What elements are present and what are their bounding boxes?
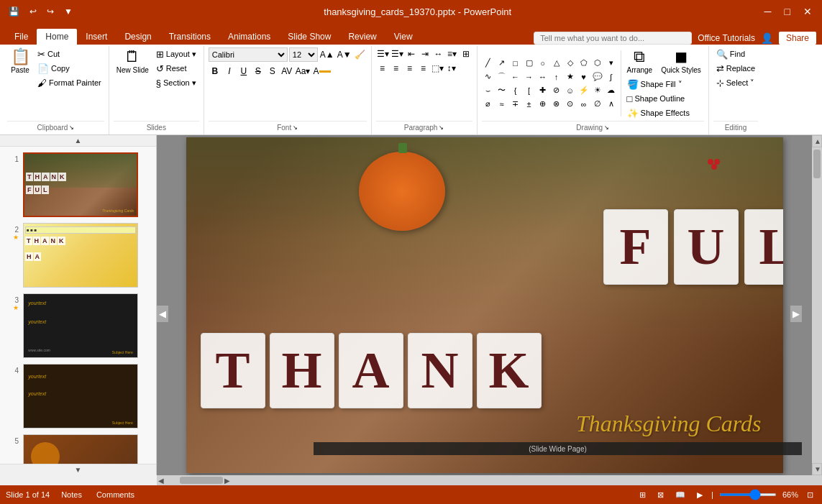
new-slide-button[interactable]: 🗒 New Slide	[114, 47, 152, 76]
minimize-button[interactable]: ─	[760, 4, 776, 19]
justify-button[interactable]: ≡	[417, 62, 430, 75]
tab-slide-show[interactable]: Slide Show	[279, 29, 339, 45]
slide-sorter-button[interactable]: ⊠	[654, 490, 667, 500]
layout-button[interactable]: ⊞ Layout ▾	[153, 47, 199, 60]
slide-thumb-5[interactable]: 5 Slide 5	[6, 434, 150, 464]
change-case-button[interactable]: Aa▾	[295, 65, 311, 78]
search-input[interactable]	[534, 32, 692, 45]
numbered-list-button[interactable]: ☰▾	[391, 47, 404, 60]
hscroll-thumb[interactable]	[180, 477, 223, 484]
shape-hexagon[interactable]: ⬡	[591, 57, 604, 70]
close-button[interactable]: ✕	[799, 4, 816, 19]
normal-view-button[interactable]: ⊞	[636, 490, 649, 500]
decrease-font-size-button[interactable]: A▼	[337, 48, 352, 61]
bold-button[interactable]: B	[209, 65, 222, 78]
text-direction-button[interactable]: ↔	[432, 47, 445, 60]
tab-review[interactable]: Review	[339, 29, 385, 45]
hscroll-left[interactable]: ◀	[157, 475, 165, 486]
format-painter-button[interactable]: 🖌 Format Painter	[35, 76, 104, 89]
canvas-scroll-right[interactable]: ▶	[790, 306, 802, 322]
shape-s1[interactable]: ⌀	[482, 98, 495, 111]
shape-s2[interactable]: ≈	[496, 98, 508, 111]
shape-diamond[interactable]: ◇	[564, 57, 577, 70]
shape-s6[interactable]: ⊗	[550, 98, 563, 111]
slide-img-3[interactable]: yourtext yourtext www.site.com Subject H…	[23, 293, 138, 358]
slide-thumb-1[interactable]: 1 T H A N K F	[6, 152, 150, 217]
slide-thumb-4[interactable]: 4 yourtext yourtext Subject Here	[6, 364, 150, 429]
font-name-select[interactable]: Calibri	[209, 47, 288, 62]
shape-right-arrow[interactable]: →	[523, 70, 536, 83]
reset-button[interactable]: ↺ Reset	[153, 62, 199, 75]
slide-thumb-3[interactable]: 3 ★ yourtext yourtext www.site.com Subje…	[6, 293, 150, 358]
reading-view-button[interactable]: 📖	[672, 490, 688, 500]
save-button[interactable]: 💾	[6, 5, 22, 18]
redo-button[interactable]: ↪	[44, 5, 57, 18]
shape-s4[interactable]: ±	[523, 98, 536, 111]
paste-button[interactable]: 📋 Paste	[7, 47, 33, 76]
slideshow-button[interactable]: ▶	[694, 490, 705, 500]
shape-smiley[interactable]: ☺	[564, 84, 577, 97]
shape-left-arrow[interactable]: ←	[509, 70, 522, 83]
paragraph-expand-icon[interactable]: ↘	[439, 124, 444, 131]
cut-button[interactable]: ✂ Cut	[35, 47, 104, 60]
slides-scroll-area[interactable]: 1 T H A N K F	[0, 147, 156, 464]
shape-circle[interactable]: ○	[536, 57, 549, 70]
shape-brace[interactable]: {	[509, 84, 522, 97]
slide-img-2[interactable]: ■ ■ ■ T H A N K H A	[23, 223, 138, 288]
increase-font-size-button[interactable]: A▲	[319, 48, 335, 61]
vertical-scrollbar[interactable]: ▲ ▼	[812, 135, 822, 475]
tab-view[interactable]: View	[385, 29, 421, 45]
shape-arrow[interactable]: ↗	[496, 57, 508, 70]
canvas-scroll-left[interactable]: ◀	[157, 306, 168, 322]
align-left-button[interactable]: ≡	[376, 62, 389, 75]
slide-img-5[interactable]: Slide 5	[23, 434, 138, 464]
smartart-button[interactable]: ⊞	[460, 47, 472, 60]
shape-sun[interactable]: ☀	[591, 84, 604, 97]
zoom-slider[interactable]	[719, 493, 777, 496]
decrease-indent-button[interactable]: ⇤	[405, 47, 418, 60]
section-button[interactable]: § Section ▾	[153, 76, 199, 89]
drawing-expand-icon[interactable]: ↘	[604, 124, 609, 131]
shape-cloud[interactable]: ☁	[605, 84, 618, 97]
arrange-button[interactable]: ⧉ Arrange	[624, 47, 656, 76]
shape-wave[interactable]: 〜	[496, 84, 508, 97]
slide-thumb-2[interactable]: 2 ★ ■ ■ ■ T H A N K H	[6, 223, 150, 288]
quick-styles-button[interactable]: ◼ Quick Styles	[658, 47, 704, 76]
slides-scroll-up[interactable]: ▲	[0, 135, 156, 147]
font-size-select[interactable]: 12	[289, 47, 318, 62]
customize-qat-button[interactable]: ▼	[61, 5, 76, 18]
select-button[interactable]: ⊹ Select ˅	[713, 76, 758, 89]
shape-bend[interactable]: ⌒	[496, 70, 508, 83]
clear-formatting-button[interactable]: 🧹	[354, 48, 367, 61]
shape-double-arrow[interactable]: ↔	[536, 70, 549, 83]
slides-scroll-down[interactable]: ▼	[0, 464, 156, 475]
shape-ban[interactable]: ⊘	[550, 84, 563, 97]
shape-custom[interactable]: ∫	[605, 70, 618, 83]
shape-star[interactable]: ★	[564, 70, 577, 83]
shape-rect[interactable]: □	[509, 57, 522, 70]
shape-more[interactable]: ▾	[605, 57, 618, 70]
shape-lightning[interactable]: ⚡	[577, 84, 590, 97]
shape-round-rect[interactable]: ▢	[523, 57, 536, 70]
clipboard-expand-icon[interactable]: ↘	[69, 124, 74, 131]
align-center-button[interactable]: ≡	[390, 62, 403, 75]
slide-canvas[interactable]: F U L T H A N K Thanksgiving Cards	[186, 137, 783, 473]
shape-s8[interactable]: ∞	[577, 98, 590, 111]
align-text-button[interactable]: ≡▾	[446, 47, 459, 60]
tab-transitions[interactable]: Transitions	[160, 29, 219, 45]
share-button[interactable]: Share	[779, 32, 816, 45]
notes-button[interactable]: Notes	[58, 490, 85, 500]
scroll-up-arrow[interactable]: ▲	[812, 135, 822, 147]
shape-s3[interactable]: ∓	[509, 98, 522, 111]
shape-effects-button[interactable]: ✨ Shape Effects	[624, 106, 704, 119]
fit-window-button[interactable]: ⊡	[804, 490, 816, 500]
tab-design[interactable]: Design	[116, 29, 160, 45]
underline-button[interactable]: U	[237, 65, 250, 78]
font-expand-icon[interactable]: ↘	[293, 124, 298, 131]
align-right-button[interactable]: ≡	[403, 62, 416, 75]
shape-curve[interactable]: ∿	[482, 70, 495, 83]
shape-cross[interactable]: ✚	[536, 84, 549, 97]
comments-button[interactable]: Comments	[93, 490, 137, 500]
shape-bracket[interactable]: [	[523, 84, 536, 97]
slide-img-1[interactable]: T H A N K F U L Thanksgiving Cards	[23, 152, 138, 217]
